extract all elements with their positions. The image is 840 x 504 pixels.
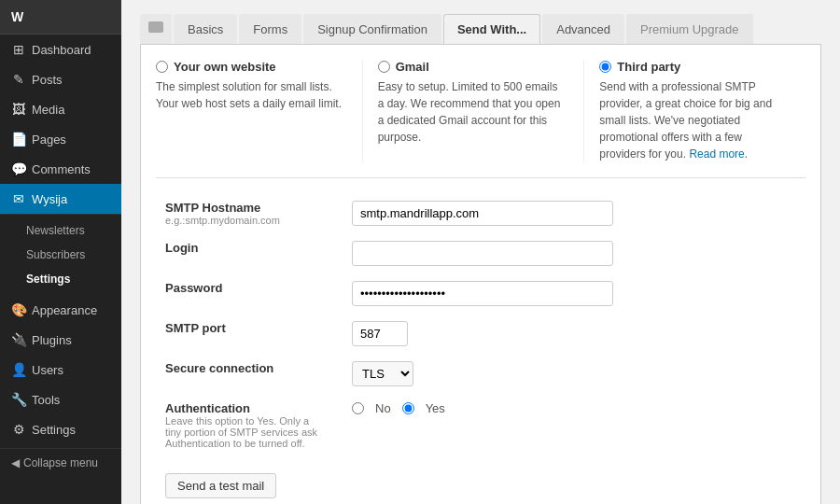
sidebar-sub-newsletters[interactable]: Newsletters	[0, 218, 121, 243]
appearance-icon: 🎨	[11, 302, 26, 317]
tab-advanced[interactable]: Advanced	[542, 14, 624, 44]
own-website-option: Your own website The simplest solution f…	[156, 60, 362, 162]
tools-icon: 🔧	[11, 392, 26, 407]
secure-connection-label-cell: Secure connection	[156, 354, 343, 394]
password-row: Password	[156, 273, 805, 314]
own-website-label: Your own website	[156, 60, 343, 74]
third-party-radio[interactable]	[599, 61, 611, 73]
dashboard-icon: ⊞	[11, 42, 26, 57]
sidebar-item-settings[interactable]: ⚙ Settings	[0, 414, 121, 444]
sidebar-item-label: Users	[32, 363, 63, 377]
gmail-radio[interactable]	[378, 61, 390, 73]
auth-no-radio[interactable]	[352, 402, 364, 414]
secure-connection-row: Secure connection None TLS SSL	[156, 354, 805, 394]
sidebar-sub-subscribers[interactable]: Subscribers	[0, 243, 121, 267]
third-party-option: Third party Send with a professional SMT…	[583, 60, 805, 162]
collapse-label: Collapse menu	[23, 456, 98, 469]
sidebar-sub-settings[interactable]: Settings	[0, 267, 121, 291]
authentication-hint: Leave this option to Yes. Only a tiny po…	[165, 415, 324, 449]
smtp-hostname-label-cell: SMTP Hostname e.g.:smtp.mydomain.com	[156, 193, 343, 233]
smtp-hostname-row: SMTP Hostname e.g.:smtp.mydomain.com	[156, 193, 805, 233]
smtp-port-input[interactable]	[352, 321, 408, 346]
login-label: Login	[165, 241, 324, 255]
password-input[interactable]	[352, 281, 613, 306]
users-icon: 👤	[11, 362, 26, 377]
sidebar-item-tools[interactable]: 🔧 Tools	[0, 385, 121, 414]
tab-icon-tab[interactable]	[140, 14, 172, 44]
smtp-hostname-hint: e.g.:smtp.mydomain.com	[165, 215, 324, 226]
sidebar-item-wysija[interactable]: ✉ Wysija	[0, 184, 121, 214]
site-logo: W	[0, 0, 121, 35]
tab-signup-confirmation[interactable]: Signup Confirmation	[303, 14, 441, 44]
sidebar-item-media[interactable]: 🖼 Media	[0, 94, 121, 124]
secure-connection-select[interactable]: None TLS SSL	[352, 361, 413, 386]
sidebar-item-label: Tools	[32, 393, 60, 407]
comments-icon: 💬	[11, 161, 26, 176]
auth-yes-label: Yes	[426, 401, 445, 415]
gmail-option: Gmail Easy to setup. Limited to 500 emai…	[362, 60, 584, 162]
tab-premium-upgrade[interactable]: Premium Upgrade	[626, 14, 753, 44]
login-row: Login	[156, 233, 805, 273]
secure-connection-label: Secure connection	[165, 361, 324, 375]
send-test-mail-button[interactable]: Send a test mail	[165, 473, 276, 498]
collapse-icon: ◀	[11, 456, 20, 469]
collapse-menu[interactable]: ◀ Collapse menu	[0, 448, 121, 477]
password-input-cell	[343, 273, 805, 314]
smtp-port-label-cell: SMTP port	[156, 314, 343, 354]
sidebar-item-dashboard[interactable]: ⊞ Dashboard	[0, 35, 121, 64]
gmail-label: Gmail	[378, 60, 566, 74]
wysija-submenu: Newsletters Subscribers Settings	[0, 214, 121, 295]
gmail-desc: Easy to setup. Limited to 500 emails a d…	[378, 78, 566, 146]
password-label: Password	[165, 281, 324, 295]
tab-basics[interactable]: Basics	[174, 14, 237, 44]
read-more-link[interactable]: Read more	[689, 147, 744, 161]
plugins-icon: 🔌	[11, 332, 26, 347]
sidebar-item-pages[interactable]: 📄 Pages	[0, 124, 121, 154]
password-label-cell: Password	[156, 273, 343, 314]
sidebar-item-label: Appearance	[32, 303, 97, 317]
settings-icon: ⚙	[11, 422, 26, 437]
sidebar-item-plugins[interactable]: 🔌 Plugins	[0, 325, 121, 355]
authentication-radio-cell: No Yes	[343, 394, 805, 456]
posts-icon: ✎	[11, 72, 26, 87]
third-party-label: Third party	[599, 60, 787, 74]
authentication-label: Authentication	[165, 401, 324, 415]
authentication-label-cell: Authentication Leave this option to Yes.…	[156, 394, 343, 456]
login-input-cell	[343, 233, 805, 273]
wysija-icon: ✉	[11, 191, 26, 206]
auth-yes-radio[interactable]	[402, 402, 414, 414]
smtp-port-label: SMTP port	[165, 321, 324, 335]
sidebar-item-label: Dashboard	[32, 43, 91, 57]
authentication-row: Authentication Leave this option to Yes.…	[156, 394, 805, 456]
own-website-radio[interactable]	[156, 61, 168, 73]
pages-icon: 📄	[11, 132, 26, 147]
smtp-form: SMTP Hostname e.g.:smtp.mydomain.com Log…	[156, 193, 805, 456]
sidebar-item-label: Posts	[32, 73, 63, 87]
sidebar-item-label: Wysija	[32, 192, 67, 206]
sidebar-item-posts[interactable]: ✎ Posts	[0, 64, 121, 94]
sidebar: W ⊞ Dashboard ✎ Posts 🖼 Media 📄 Pages 💬 …	[0, 0, 121, 504]
third-party-desc: Send with a professional SMTP provider, …	[599, 78, 787, 162]
test-mail-row: Send a test mail	[156, 466, 805, 504]
auth-radio-group: No Yes	[352, 401, 796, 415]
sidebar-item-users[interactable]: 👤 Users	[0, 355, 121, 385]
tab-bar: Basics Forms Signup Confirmation Send Wi…	[140, 14, 821, 45]
auth-no-label: No	[375, 401, 391, 415]
sidebar-item-comments[interactable]: 💬 Comments	[0, 154, 121, 184]
media-icon: 🖼	[11, 102, 26, 117]
sidebar-item-label: Settings	[32, 423, 76, 437]
sidebar-item-appearance[interactable]: 🎨 Appearance	[0, 295, 121, 325]
secure-connection-select-cell: None TLS SSL	[343, 354, 805, 394]
login-input[interactable]	[352, 241, 613, 266]
email-icon	[148, 21, 163, 33]
tab-send-with[interactable]: Send With...	[443, 14, 540, 44]
smtp-hostname-input[interactable]	[352, 201, 613, 226]
tab-forms[interactable]: Forms	[239, 14, 301, 44]
sidebar-item-label: Plugins	[32, 333, 72, 347]
sidebar-item-label: Comments	[32, 162, 91, 176]
smtp-hostname-label: SMTP Hostname	[165, 201, 324, 215]
settings-content: Your own website The simplest solution f…	[140, 45, 821, 504]
login-label-cell: Login	[156, 233, 343, 273]
send-method-options: Your own website The simplest solution f…	[156, 60, 805, 178]
sidebar-item-label: Media	[32, 103, 64, 117]
